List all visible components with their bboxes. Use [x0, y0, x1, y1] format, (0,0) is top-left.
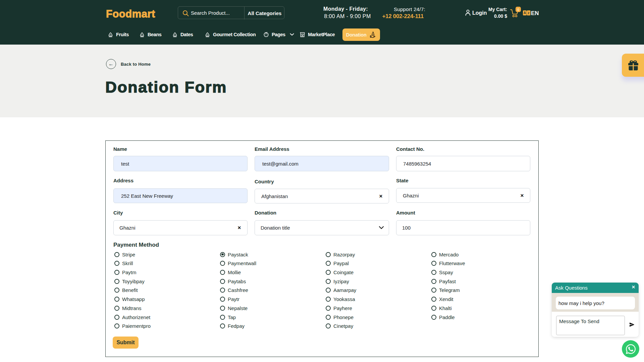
- svg-text:z: z: [528, 11, 530, 15]
- svg-text:0: 0: [517, 8, 519, 12]
- svg-text:A: A: [524, 11, 526, 15]
